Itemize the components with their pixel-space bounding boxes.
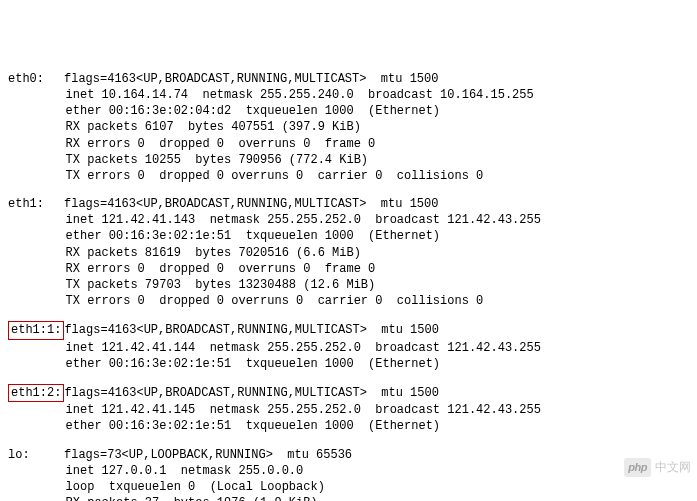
iface-label: eth1:1:: [8, 321, 64, 339]
iface-line: ether 00:16:3e:02:04:d2 txqueuelen 1000 …: [8, 103, 689, 119]
iface-header: eth1:2:flags=4163<UP,BROADCAST,RUNNING,M…: [8, 384, 689, 402]
iface-line: flags=4163<UP,BROADCAST,RUNNING,MULTICAS…: [64, 72, 438, 86]
iface-line: TX packets 10255 bytes 790956 (772.4 KiB…: [8, 152, 689, 168]
php-badge: php: [624, 458, 651, 477]
iface-line: RX errors 0 dropped 0 overruns 0 frame 0: [8, 136, 689, 152]
iface-line: TX errors 0 dropped 0 overruns 0 carrier…: [8, 168, 689, 184]
iface-block-eth11: eth1:1:flags=4163<UP,BROADCAST,RUNNING,M…: [8, 321, 689, 372]
iface-header: eth0:flags=4163<UP,BROADCAST,RUNNING,MUL…: [8, 71, 689, 87]
iface-block-eth1: eth1:flags=4163<UP,BROADCAST,RUNNING,MUL…: [8, 196, 689, 309]
iface-label: eth1:2:: [8, 384, 64, 402]
iface-line: inet 121.42.41.143 netmask 255.255.252.0…: [8, 212, 689, 228]
iface-line: RX packets 37 bytes 1976 (1.9 KiB): [8, 495, 689, 501]
iface-label: eth0:: [8, 72, 44, 86]
iface-line: RX packets 81619 bytes 7020516 (6.6 MiB): [8, 245, 689, 261]
iface-header: lo:flags=73<UP,LOOPBACK,RUNNING> mtu 655…: [8, 447, 689, 463]
iface-header: eth1:flags=4163<UP,BROADCAST,RUNNING,MUL…: [8, 196, 689, 212]
iface-header: eth1:1:flags=4163<UP,BROADCAST,RUNNING,M…: [8, 321, 689, 339]
iface-line: flags=4163<UP,BROADCAST,RUNNING,MULTICAS…: [64, 386, 438, 400]
iface-line: loop txqueuelen 0 (Local Loopback): [8, 479, 689, 495]
iface-line: inet 127.0.0.1 netmask 255.0.0.0: [8, 463, 689, 479]
iface-line: flags=73<UP,LOOPBACK,RUNNING> mtu 65536: [64, 448, 352, 462]
iface-block-lo: lo:flags=73<UP,LOOPBACK,RUNNING> mtu 655…: [8, 447, 689, 502]
iface-block-eth12: eth1:2:flags=4163<UP,BROADCAST,RUNNING,M…: [8, 384, 689, 435]
iface-line: flags=4163<UP,BROADCAST,RUNNING,MULTICAS…: [64, 197, 438, 211]
watermark-text: 中文网: [655, 459, 691, 475]
iface-line: inet 121.42.41.144 netmask 255.255.252.0…: [8, 340, 689, 356]
iface-line: TX errors 0 dropped 0 overruns 0 carrier…: [8, 293, 689, 309]
iface-line: ether 00:16:3e:02:1e:51 txqueuelen 1000 …: [8, 356, 689, 372]
iface-line: flags=4163<UP,BROADCAST,RUNNING,MULTICAS…: [64, 323, 438, 337]
iface-line: RX errors 0 dropped 0 overruns 0 frame 0: [8, 261, 689, 277]
iface-line: TX packets 79703 bytes 13230488 (12.6 Mi…: [8, 277, 689, 293]
iface-line: ether 00:16:3e:02:1e:51 txqueuelen 1000 …: [8, 418, 689, 434]
iface-block-eth0: eth0:flags=4163<UP,BROADCAST,RUNNING,MUL…: [8, 71, 689, 184]
iface-line: inet 10.164.14.74 netmask 255.255.240.0 …: [8, 87, 689, 103]
iface-label: eth1:: [8, 197, 44, 211]
watermark: php 中文网: [624, 458, 691, 477]
ifconfig-output: eth0:flags=4163<UP,BROADCAST,RUNNING,MUL…: [8, 71, 689, 501]
iface-line: inet 121.42.41.145 netmask 255.255.252.0…: [8, 402, 689, 418]
iface-line: ether 00:16:3e:02:1e:51 txqueuelen 1000 …: [8, 228, 689, 244]
iface-line: RX packets 6107 bytes 407551 (397.9 KiB): [8, 119, 689, 135]
iface-label: lo:: [8, 448, 30, 462]
